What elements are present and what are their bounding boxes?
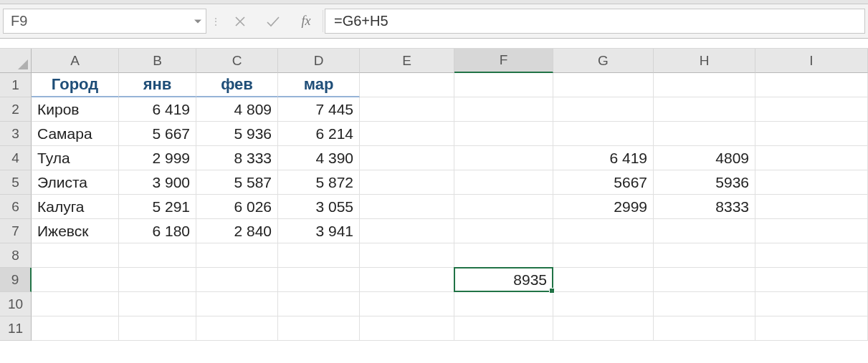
cell-A1[interactable]: Город [32, 73, 119, 97]
cell-B10[interactable] [119, 292, 196, 316]
cell-E11[interactable] [360, 316, 454, 341]
cell-I8[interactable] [755, 243, 868, 268]
cell-E1[interactable] [360, 73, 454, 97]
row-header-1[interactable]: 1 [0, 73, 32, 97]
row-header-7[interactable]: 7 [0, 219, 32, 243]
column-header-A[interactable]: A [32, 49, 119, 73]
cell-B2[interactable]: 6 419 [119, 97, 196, 122]
cell-D2[interactable]: 7 445 [278, 97, 360, 122]
name-box-dropdown-icon[interactable] [194, 19, 201, 23]
name-box[interactable]: F9 [3, 9, 206, 34]
row-header-2[interactable]: 2 [0, 97, 32, 122]
row-header-11[interactable]: 11 [0, 316, 32, 341]
column-header-C[interactable]: C [196, 49, 278, 73]
cell-C11[interactable] [196, 316, 278, 341]
row-header-6[interactable]: 6 [0, 195, 32, 219]
cell-A4[interactable]: Тула [32, 146, 119, 170]
row-header-10[interactable]: 10 [0, 292, 32, 316]
cell-C2[interactable]: 4 809 [196, 97, 278, 122]
row-header-9[interactable]: 9 [0, 268, 32, 292]
cell-A7[interactable]: Ижевск [32, 219, 119, 243]
cell-H2[interactable] [654, 97, 755, 122]
cell-D4[interactable]: 4 390 [278, 146, 360, 170]
cell-D6[interactable]: 3 055 [278, 195, 360, 219]
cell-F8[interactable] [454, 243, 553, 268]
cell-H9[interactable] [654, 268, 755, 292]
cell-G5[interactable]: 5667 [553, 170, 654, 195]
cell-C8[interactable] [196, 243, 278, 268]
cell-H5[interactable]: 5936 [654, 170, 755, 195]
row-header-3[interactable]: 3 [0, 122, 32, 146]
cell-A9[interactable] [32, 268, 119, 292]
cell-I5[interactable] [755, 170, 868, 195]
row-header-8[interactable]: 8 [0, 243, 32, 268]
cell-C10[interactable] [196, 292, 278, 316]
cell-B8[interactable] [119, 243, 196, 268]
cell-G1[interactable] [553, 73, 654, 97]
cell-H6[interactable]: 8333 [654, 195, 755, 219]
cell-F6[interactable] [454, 195, 553, 219]
row-header-4[interactable]: 4 [0, 146, 32, 170]
cell-D3[interactable]: 6 214 [278, 122, 360, 146]
cell-C4[interactable]: 8 333 [196, 146, 278, 170]
cell-B9[interactable] [119, 268, 196, 292]
cell-H1[interactable] [654, 73, 755, 97]
cell-A8[interactable] [32, 243, 119, 268]
cell-E8[interactable] [360, 243, 454, 268]
cell-B6[interactable]: 5 291 [119, 195, 196, 219]
cell-D10[interactable] [278, 292, 360, 316]
cell-D1[interactable]: мар [278, 73, 360, 97]
cell-G4[interactable]: 6 419 [553, 146, 654, 170]
cell-A2[interactable]: Киров [32, 97, 119, 122]
cell-C6[interactable]: 6 026 [196, 195, 278, 219]
cell-A3[interactable]: Самара [32, 122, 119, 146]
cell-E2[interactable] [360, 97, 454, 122]
cell-D9[interactable] [278, 268, 360, 292]
select-all-corner[interactable] [0, 49, 32, 73]
cell-C5[interactable]: 5 587 [196, 170, 278, 195]
cell-F2[interactable] [454, 97, 553, 122]
cell-E3[interactable] [360, 122, 454, 146]
column-header-D[interactable]: D [278, 49, 360, 73]
row-header-5[interactable]: 5 [0, 170, 32, 195]
cell-G7[interactable] [553, 219, 654, 243]
cell-G2[interactable] [553, 97, 654, 122]
spreadsheet-grid[interactable]: ABCDEFGHI1Городянвфевмар2Киров6 4194 809… [0, 49, 868, 341]
cell-H8[interactable] [654, 243, 755, 268]
cell-G10[interactable] [553, 292, 654, 316]
cell-D8[interactable] [278, 243, 360, 268]
cell-F11[interactable] [454, 316, 553, 341]
cell-E7[interactable] [360, 219, 454, 243]
column-header-B[interactable]: B [119, 49, 196, 73]
cell-D7[interactable]: 3 941 [278, 219, 360, 243]
cell-E5[interactable] [360, 170, 454, 195]
column-header-F[interactable]: F [454, 49, 553, 73]
cell-H4[interactable]: 4809 [654, 146, 755, 170]
cell-B11[interactable] [119, 316, 196, 341]
cell-B5[interactable]: 3 900 [119, 170, 196, 195]
cell-A10[interactable] [32, 292, 119, 316]
cell-C9[interactable] [196, 268, 278, 292]
cell-E9[interactable] [360, 268, 454, 292]
cell-C1[interactable]: фев [196, 73, 278, 97]
cell-I6[interactable] [755, 195, 868, 219]
cell-H10[interactable] [654, 292, 755, 316]
cell-A6[interactable]: Калуга [32, 195, 119, 219]
cell-G6[interactable]: 2999 [553, 195, 654, 219]
cell-H11[interactable] [654, 316, 755, 341]
cancel-icon[interactable] [224, 4, 257, 38]
cell-I1[interactable] [755, 73, 868, 97]
cell-I11[interactable] [755, 316, 868, 341]
column-header-G[interactable]: G [553, 49, 654, 73]
cell-C7[interactable]: 2 840 [196, 219, 278, 243]
cell-I9[interactable] [755, 268, 868, 292]
cell-I3[interactable] [755, 122, 868, 146]
cell-I2[interactable] [755, 97, 868, 122]
cell-G3[interactable] [553, 122, 654, 146]
enter-icon[interactable] [257, 4, 290, 38]
cell-E10[interactable] [360, 292, 454, 316]
cell-A5[interactable]: Элиста [32, 170, 119, 195]
cell-I4[interactable] [755, 146, 868, 170]
cell-F1[interactable] [454, 73, 553, 97]
cell-F7[interactable] [454, 219, 553, 243]
